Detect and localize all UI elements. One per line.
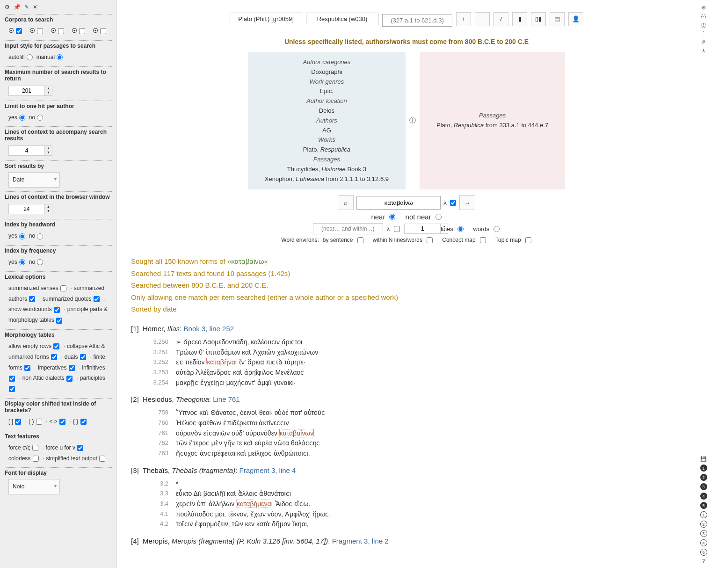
onehit-no-radio[interactable] <box>37 115 43 121</box>
words-radio[interactable] <box>493 226 500 232</box>
search-input[interactable] <box>356 196 441 210</box>
remove-button[interactable]: − <box>475 12 490 26</box>
corpus-check-1[interactable] <box>16 28 22 34</box>
lex-wc-check[interactable] <box>54 307 60 313</box>
author-input[interactable]: Plato (Phil.) [gr0059] <box>230 13 302 25</box>
passage-title[interactable]: [1] Homer, Ilias: Book 3, line 252 <box>131 325 682 333</box>
bracket-ang-check[interactable] <box>59 419 65 425</box>
lex-senses-check[interactable] <box>60 285 66 291</box>
distance-input[interactable] <box>404 224 441 234</box>
slot-4[interactable]: 4 <box>700 539 707 546</box>
lex-authors-check[interactable] <box>29 296 35 302</box>
preset-1[interactable]: 1 <box>700 465 707 472</box>
morph-collapse-check[interactable] <box>51 354 57 360</box>
within-input[interactable] <box>313 223 383 234</box>
rail-icon[interactable]: ⊚ <box>702 5 706 11</box>
pin-icon[interactable]: 📌 <box>14 4 21 10</box>
env-sentence-check[interactable] <box>357 237 363 243</box>
freq-yes-radio[interactable] <box>19 259 25 265</box>
morph-part-check[interactable] <box>9 386 15 392</box>
max-results-spinner[interactable]: ▲▼ <box>8 86 55 96</box>
bracket-curly-check[interactable] <box>80 419 87 425</box>
corpus-check-3[interactable] <box>58 28 64 34</box>
slot-3[interactable]: 3 <box>700 530 707 537</box>
tf-ufv-check[interactable] <box>77 445 83 451</box>
morph-duals-check[interactable] <box>80 354 86 360</box>
spinner-down-icon[interactable]: ▼ <box>45 150 52 154</box>
close-icon[interactable]: ✕ <box>33 4 37 10</box>
preset-2[interactable]: 2 <box>700 474 707 481</box>
preset-3[interactable]: 3 <box>700 483 707 490</box>
info-icon[interactable]: ⓘ <box>406 116 420 125</box>
gear-icon[interactable]: ⚙ <box>5 4 10 10</box>
passage-input[interactable] <box>382 14 452 27</box>
browser-lines-input[interactable] <box>8 204 45 214</box>
passage-title[interactable]: [2] Hesiodus, Theogonia: Line 761 <box>131 395 682 403</box>
rail-lambda-icon[interactable]: λ <box>702 48 705 53</box>
autofill-radio[interactable] <box>27 54 33 60</box>
tf-colorless-check[interactable] <box>33 456 39 462</box>
go-button[interactable]: → <box>459 195 475 210</box>
slot-5[interactable]: 5 <box>700 549 707 556</box>
context-lines-input[interactable] <box>8 145 45 156</box>
add-button[interactable]: + <box>456 12 471 26</box>
lambda-check[interactable] <box>450 200 456 206</box>
tf-sigma-check[interactable] <box>32 445 38 451</box>
slot-2[interactable]: 2 <box>700 521 707 528</box>
morph-nonattic-check[interactable] <box>66 376 73 382</box>
headword-no-radio[interactable] <box>37 233 43 240</box>
spinner-up-icon[interactable]: ▲ <box>45 86 52 90</box>
search-button[interactable]: ⌕ <box>338 195 354 210</box>
work-input[interactable]: Respublica (w030) <box>306 13 378 25</box>
tf-simp-check[interactable] <box>99 456 105 462</box>
help-icon[interactable]: ? <box>702 558 705 564</box>
slot-1[interactable]: 1 <box>700 511 707 518</box>
env-topic-check[interactable] <box>525 237 531 243</box>
distance-spinner[interactable]: ▲▼ <box>404 224 437 234</box>
user-button[interactable]: 👤 <box>568 12 583 26</box>
bracket-sq-check[interactable] <box>15 419 21 425</box>
italic-button[interactable]: f <box>493 12 508 26</box>
layout2-button[interactable]: ▯▮ <box>531 12 546 26</box>
sort-select[interactable]: Date <box>8 172 60 188</box>
browser-lines-spinner[interactable]: ▲▼ <box>8 204 55 214</box>
spinner-up-icon[interactable]: ▲ <box>45 204 52 209</box>
morph-finite-check[interactable] <box>24 365 30 371</box>
font-select[interactable]: Noto <box>8 479 60 494</box>
bracket-rnd-check[interactable] <box>36 419 42 425</box>
corpus-check-2[interactable] <box>37 28 43 34</box>
spinner-down-icon[interactable]: ▼ <box>45 209 52 213</box>
context-lines-spinner[interactable]: ▲▼ <box>8 145 55 156</box>
spinner-up-icon[interactable]: ▲ <box>45 146 52 150</box>
lex-principle-check[interactable] <box>56 318 62 324</box>
preset-4[interactable]: 4 <box>700 493 707 500</box>
manual-radio[interactable] <box>57 54 63 60</box>
rail-icon[interactable]: {!} <box>701 22 706 28</box>
headword-yes-radio[interactable] <box>19 233 25 240</box>
lines-radio[interactable] <box>457 226 464 232</box>
freq-no-radio[interactable] <box>37 259 43 265</box>
env-concept-check[interactable] <box>480 237 486 243</box>
save-icon[interactable]: 💾 <box>700 456 707 462</box>
rail-icon[interactable]: {·} <box>701 14 706 19</box>
lex-quotes-check[interactable] <box>94 296 100 302</box>
max-results-input[interactable] <box>8 86 45 96</box>
layout1-button[interactable]: ▮ <box>512 12 527 26</box>
morph-empty-check[interactable] <box>53 343 59 349</box>
lambda2-check[interactable] <box>394 226 400 232</box>
rail-icon[interactable]: # <box>702 39 705 45</box>
layout3-button[interactable]: ▤ <box>550 12 565 26</box>
corpus-check-4[interactable] <box>79 28 85 34</box>
passage-title[interactable]: [4] Meropis, Meropis (fragmenta) (P. Köl… <box>131 537 682 545</box>
onehit-yes-radio[interactable] <box>19 115 25 121</box>
edit-icon[interactable]: ✎ <box>24 4 29 10</box>
morph-imper-check[interactable] <box>69 365 75 371</box>
rail-icon[interactable]: ⋮ <box>701 30 706 36</box>
passage-title[interactable]: [3] Thebaïs, Thebaïs (fragmenta): Fragme… <box>131 466 682 474</box>
corpus-check-5[interactable] <box>100 28 106 34</box>
morph-infin-check[interactable] <box>9 376 15 382</box>
near-radio[interactable] <box>389 214 395 220</box>
preset-5[interactable]: 5 <box>700 502 707 509</box>
env-within-check[interactable] <box>427 237 433 243</box>
notnear-radio[interactable] <box>435 214 442 220</box>
